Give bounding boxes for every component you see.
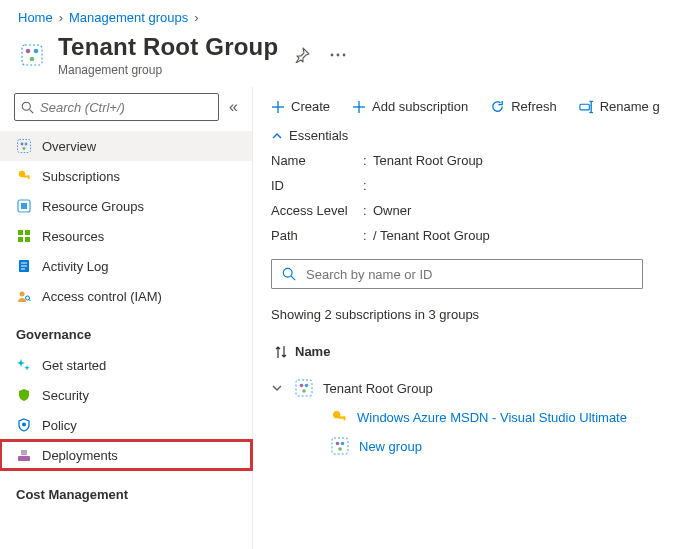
svg-rect-0 xyxy=(22,45,42,65)
sidebar-item-label: Activity Log xyxy=(42,259,108,274)
resource-group-icon xyxy=(16,198,32,214)
pin-icon[interactable] xyxy=(290,43,314,67)
sidebar-item-label: Security xyxy=(42,388,89,403)
svg-rect-20 xyxy=(18,237,23,242)
svg-rect-17 xyxy=(21,203,27,209)
svg-point-51 xyxy=(341,442,345,446)
breadcrumb-home[interactable]: Home xyxy=(18,10,53,25)
key-icon xyxy=(16,168,32,184)
sidebar-item-activity-log[interactable]: Activity Log xyxy=(0,251,252,281)
chevron-down-icon[interactable] xyxy=(271,382,285,394)
showing-text: Showing 2 subscriptions in 3 groups xyxy=(271,307,700,322)
sidebar-search-input[interactable] xyxy=(40,100,212,115)
essentials-grid: Name:Tenant Root Group ID: Access Level:… xyxy=(271,153,700,259)
sidebar-item-security[interactable]: Security xyxy=(0,380,252,410)
svg-point-12 xyxy=(23,147,26,150)
tree-row-link[interactable]: Windows Azure MSDN - Visual Studio Ultim… xyxy=(357,410,627,425)
svg-point-27 xyxy=(26,296,30,300)
plus-icon xyxy=(271,100,285,114)
chevron-up-icon xyxy=(271,130,283,142)
tree-row-root[interactable]: Tenant Root Group xyxy=(271,373,700,403)
toolbar: Create Add subscription Refresh Rename g xyxy=(271,95,700,128)
rename-button[interactable]: Rename g xyxy=(579,99,660,114)
svg-point-50 xyxy=(336,442,340,446)
sidebar: « Overview Subscriptions Resource Groups… xyxy=(0,87,253,549)
toolbar-label: Create xyxy=(291,99,330,114)
essentials-access-value: Owner xyxy=(373,203,700,218)
svg-point-1 xyxy=(26,49,31,54)
sidebar-item-deployments[interactable]: Deployments xyxy=(0,440,252,470)
svg-point-4 xyxy=(331,54,334,57)
create-button[interactable]: Create xyxy=(271,99,330,114)
essentials-path-label: Path xyxy=(271,228,363,243)
svg-rect-19 xyxy=(25,230,30,235)
log-icon xyxy=(16,258,32,274)
sidebar-nav: Overview Subscriptions Resource Groups R… xyxy=(0,131,252,510)
main-pane: Create Add subscription Refresh Rename g… xyxy=(253,87,700,549)
svg-point-43 xyxy=(300,384,304,388)
sidebar-item-label: Overview xyxy=(42,139,96,154)
sidebar-item-resource-groups[interactable]: Resource Groups xyxy=(0,191,252,221)
search-icon xyxy=(21,101,34,114)
tree-row-label: Tenant Root Group xyxy=(323,381,433,396)
rename-icon xyxy=(579,100,594,114)
svg-rect-18 xyxy=(18,230,23,235)
collapse-sidebar-icon[interactable]: « xyxy=(225,96,242,118)
essentials-path-value: / Tenant Root Group xyxy=(373,228,700,243)
svg-point-2 xyxy=(34,49,39,54)
sidebar-item-overview[interactable]: Overview xyxy=(0,131,252,161)
svg-rect-15 xyxy=(28,176,30,180)
sidebar-item-label: Deployments xyxy=(42,448,118,463)
svg-rect-9 xyxy=(18,140,31,153)
toolbar-label: Refresh xyxy=(511,99,557,114)
sidebar-item-get-started[interactable]: Get started xyxy=(0,350,252,380)
essentials-id-label: ID xyxy=(271,178,363,193)
more-icon[interactable] xyxy=(326,49,350,61)
svg-point-40 xyxy=(283,268,292,277)
sidebar-section-cost-management: Cost Management xyxy=(0,470,252,510)
name-column-header[interactable]: Name xyxy=(271,344,700,359)
sidebar-search[interactable] xyxy=(14,93,219,121)
svg-point-10 xyxy=(21,143,24,146)
main-search-input[interactable] xyxy=(306,267,632,282)
search-icon xyxy=(282,267,296,281)
sidebar-item-label: Get started xyxy=(42,358,106,373)
tree-row-subscription[interactable]: Windows Azure MSDN - Visual Studio Ultim… xyxy=(271,403,700,431)
breadcrumb: Home › Management groups › xyxy=(0,0,700,29)
sidebar-item-access-control[interactable]: Access control (IAM) xyxy=(0,281,252,311)
tree-row-link[interactable]: New group xyxy=(359,439,422,454)
hierarchy-tree: Tenant Root Group Windows Azure MSDN - V… xyxy=(271,373,700,461)
page-title: Tenant Root Group xyxy=(58,33,278,61)
key-icon xyxy=(331,409,347,425)
svg-rect-42 xyxy=(296,380,312,396)
grid-icon xyxy=(16,228,32,244)
sparkle-icon xyxy=(16,357,32,373)
sidebar-item-label: Resources xyxy=(42,229,104,244)
refresh-button[interactable]: Refresh xyxy=(490,99,557,114)
deploy-icon xyxy=(16,447,32,463)
svg-point-52 xyxy=(338,447,342,451)
svg-point-45 xyxy=(302,389,306,393)
svg-point-29 xyxy=(22,423,26,427)
sidebar-item-policy[interactable]: Policy xyxy=(0,410,252,440)
add-subscription-button[interactable]: Add subscription xyxy=(352,99,468,114)
svg-point-3 xyxy=(30,57,35,62)
management-group-icon xyxy=(331,437,349,455)
svg-point-6 xyxy=(343,54,346,57)
svg-point-26 xyxy=(20,292,25,297)
page-subtitle: Management group xyxy=(58,63,278,77)
essentials-name-label: Name xyxy=(271,153,363,168)
sidebar-item-subscriptions[interactable]: Subscriptions xyxy=(0,161,252,191)
svg-line-41 xyxy=(291,276,295,280)
tree-row-group[interactable]: New group xyxy=(271,431,700,461)
chevron-right-icon: › xyxy=(194,10,198,25)
sidebar-section-governance: Governance xyxy=(0,311,252,350)
main-search[interactable] xyxy=(271,259,643,289)
chevron-right-icon: › xyxy=(59,10,63,25)
breadcrumb-management-groups[interactable]: Management groups xyxy=(69,10,188,25)
essentials-toggle[interactable]: Essentials xyxy=(271,128,700,153)
svg-rect-36 xyxy=(580,104,589,110)
sidebar-item-resources[interactable]: Resources xyxy=(0,221,252,251)
management-group-icon xyxy=(295,379,313,397)
essentials-name-value: Tenant Root Group xyxy=(373,153,700,168)
